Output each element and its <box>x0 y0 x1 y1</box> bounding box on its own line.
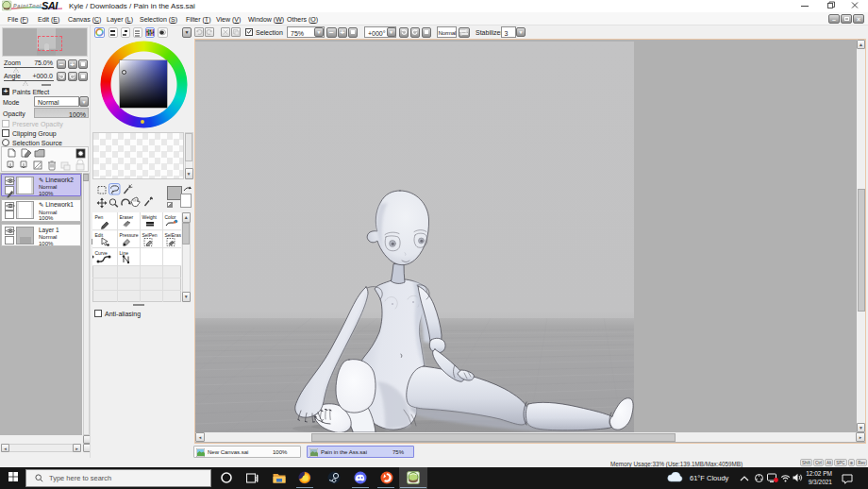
svg-text:SAI: SAI <box>42 0 58 11</box>
svg-text:Pen: Pen <box>95 214 104 220</box>
svg-text:SelPen: SelPen <box>142 232 158 238</box>
svg-text:Edit: Edit <box>95 232 104 238</box>
svg-text:Pressure: Pressure <box>120 232 139 238</box>
svg-text:PaintTool: PaintTool <box>13 3 42 8</box>
svg-text:Color: Color <box>165 214 176 220</box>
svg-text:Eraser: Eraser <box>120 214 134 220</box>
svg-text:Curve: Curve <box>95 250 108 256</box>
svg-text:Weight: Weight <box>142 214 158 220</box>
svg-text:SelEras: SelEras <box>165 232 182 238</box>
svg-text:Line: Line <box>120 250 129 256</box>
